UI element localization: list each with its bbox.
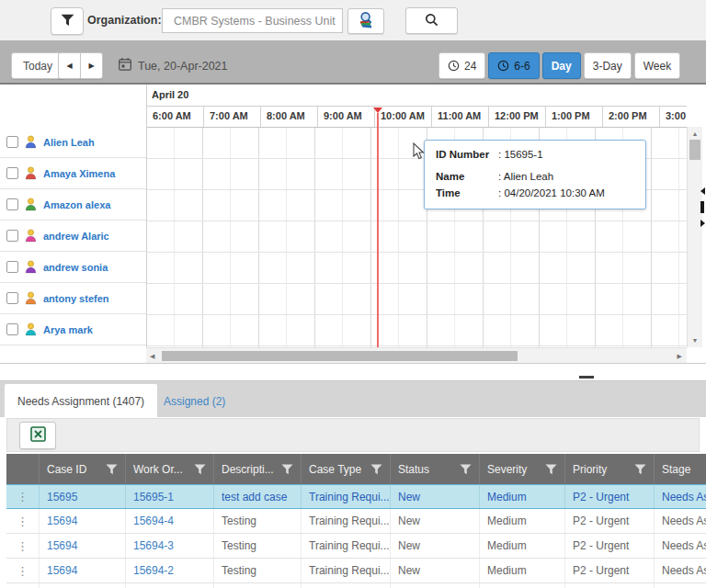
cell-status: New — [391, 534, 480, 558]
resource-checkbox[interactable] — [6, 292, 18, 304]
cell-caseId[interactable]: 15694 — [40, 559, 126, 582]
column-header-priority[interactable]: Priority — [565, 454, 655, 484]
column-header-description[interactable]: Descripti... — [214, 454, 302, 484]
filter-icon[interactable] — [545, 464, 557, 475]
resource-name[interactable]: Amazon alexa — [43, 199, 110, 210]
filter-icon[interactable] — [634, 464, 646, 475]
case-row[interactable]: ⋮1569415694-2TestingTraining Requi...New… — [6, 559, 706, 583]
row-menu-button[interactable]: ⋮ — [6, 534, 40, 558]
cell-caseId[interactable]: 15694 — [40, 534, 126, 558]
filter-icon[interactable] — [106, 464, 118, 475]
scheduler-toolbar: Today ◀ ▶ Tue, 20-Apr-2021 246-6Day3-Day… — [0, 40, 706, 83]
resource-checkbox[interactable] — [6, 198, 18, 210]
cell-workOrder[interactable]: 15694-2 — [126, 559, 214, 582]
cell-description: Testing — [214, 509, 302, 533]
cell-stage: Needs As — [655, 485, 706, 508]
scroll-down-icon[interactable]: ▼ — [688, 337, 702, 344]
resource-checkbox[interactable] — [6, 323, 18, 335]
tab-assigned[interactable]: Assigned (2) — [151, 384, 238, 418]
cell-priority — [565, 583, 655, 588]
cell-workOrder[interactable]: 15694-4 — [126, 509, 214, 533]
hour-label: 3:00 PM — [659, 107, 687, 127]
view-switcher: 246-6Day3-DayWeek — [438, 52, 680, 79]
collapse-left-icon[interactable] — [700, 187, 705, 195]
filter-icon[interactable] — [194, 464, 206, 475]
column-header-workOrder[interactable]: Work Or... — [126, 454, 214, 484]
cell-priority: P2 - Urgent — [565, 485, 655, 508]
resource-name[interactable]: Amaya Ximena — [43, 168, 115, 179]
resource-row: Arya mark — [0, 314, 146, 345]
resource-name[interactable]: Arya mark — [43, 324, 93, 335]
previous-day-button[interactable]: ◀ — [58, 52, 81, 79]
row-menu-button[interactable]: ⋮ — [6, 559, 40, 582]
cell-caseId[interactable]: 15694 — [40, 509, 126, 533]
collapse-right-icon[interactable] — [700, 220, 705, 227]
person-icon — [24, 135, 38, 149]
resource-checkbox[interactable] — [6, 136, 18, 148]
resource-checkbox[interactable] — [6, 230, 18, 242]
resource-name[interactable]: andrew sonia — [43, 262, 108, 273]
search-button[interactable] — [405, 7, 458, 34]
date-picker[interactable]: Tue, 20-Apr-2021 — [118, 52, 228, 79]
scheduler-panel: April 20 6:00 AM7:00 AM8:00 AM9:00 AM10:… — [0, 83, 706, 364]
cell-severity — [480, 583, 565, 588]
resource-checkbox[interactable] — [6, 261, 18, 273]
column-header-caseId[interactable]: Case ID — [40, 454, 126, 484]
hour-label: 9:00 AM — [317, 107, 374, 127]
row-menu-button[interactable]: ⋮ — [6, 485, 40, 508]
view-button-week[interactable]: Week — [634, 52, 680, 79]
case-row[interactable]: ⋮1569415694-4TestingTraining Requi...New… — [6, 509, 706, 534]
filter-icon[interactable] — [460, 464, 472, 475]
column-header-caseType[interactable]: Case Type — [302, 454, 391, 484]
column-header-severity[interactable]: Severity — [480, 454, 565, 484]
case-row[interactable]: ⋮1569515695-1test add caseTraining Requi… — [6, 484, 706, 509]
resource-name[interactable]: andrew Alaric — [43, 231, 109, 242]
organization-lookup-button[interactable] — [347, 8, 384, 34]
side-panel-splitter[interactable] — [700, 187, 706, 227]
tab-needs-assignment[interactable]: Needs Assignment (1407) — [5, 384, 157, 418]
calendar-icon — [118, 57, 132, 74]
tooltip-row: Time: 04/20/2021 10:30 AM — [436, 187, 636, 200]
row-menu-button[interactable]: ⋮ — [6, 509, 40, 533]
vertical-scrollbar-thumb[interactable] — [689, 140, 700, 160]
filter-icon[interactable] — [281, 464, 293, 475]
filter-icon[interactable] — [370, 464, 382, 475]
cell-status — [391, 583, 480, 588]
next-day-button[interactable]: ▶ — [80, 52, 103, 79]
resource-name[interactable]: antony stefen — [43, 293, 109, 304]
cell-workOrder[interactable]: 15695-1 — [126, 485, 214, 508]
cell-workOrder[interactable]: 15694-3 — [126, 534, 214, 558]
tooltip-body: ID Number: 15695-1Name: Alien LeahTime: … — [436, 148, 636, 200]
person-icon — [24, 322, 38, 336]
organization-input[interactable]: CMBR Systems - Business Unit — [162, 8, 343, 33]
case-row[interactable]: ⋮1569415694-3TestingTraining Requi...New… — [6, 534, 706, 559]
organization-label: Organization: — [87, 0, 162, 40]
splitter-grip[interactable] — [700, 201, 704, 213]
cell-status: New — [391, 509, 480, 533]
case-row-empty — [6, 583, 706, 588]
cell-severity: Medium — [480, 509, 565, 533]
horizontal-scrollbar[interactable]: ◀ ▶ — [146, 347, 687, 364]
scroll-left-icon[interactable]: ◀ — [150, 353, 154, 360]
view-button-3-day[interactable]: 3-Day — [584, 52, 632, 79]
today-button[interactable]: Today — [11, 52, 64, 79]
vertical-scrollbar[interactable]: ▲ ▼ — [687, 127, 702, 347]
horizontal-splitter-grip[interactable] — [579, 376, 594, 379]
view-button-24[interactable]: 24 — [438, 52, 485, 79]
cell-severity: Medium — [480, 485, 565, 508]
cell-caseId[interactable]: 15695 — [40, 485, 126, 508]
scroll-right-icon[interactable]: ▶ — [678, 353, 682, 360]
export-excel-button[interactable] — [19, 422, 56, 449]
view-button-6-6[interactable]: 6-6 — [488, 52, 539, 79]
scroll-up-icon[interactable]: ▲ — [688, 130, 702, 137]
cell-caseType — [302, 583, 391, 588]
resource-name[interactable]: Alien Leah — [43, 137, 95, 148]
person-search-icon — [357, 11, 375, 31]
excel-icon — [30, 426, 46, 445]
column-header-status[interactable]: Status — [391, 454, 480, 484]
hour-header: 6:00 AM7:00 AM8:00 AM9:00 AM10:00 AM11:0… — [0, 107, 687, 127]
resource-checkbox[interactable] — [6, 167, 18, 179]
view-button-day[interactable]: Day — [542, 52, 581, 79]
horizontal-scrollbar-thumb[interactable] — [162, 351, 518, 361]
filter-button[interactable] — [51, 7, 84, 35]
